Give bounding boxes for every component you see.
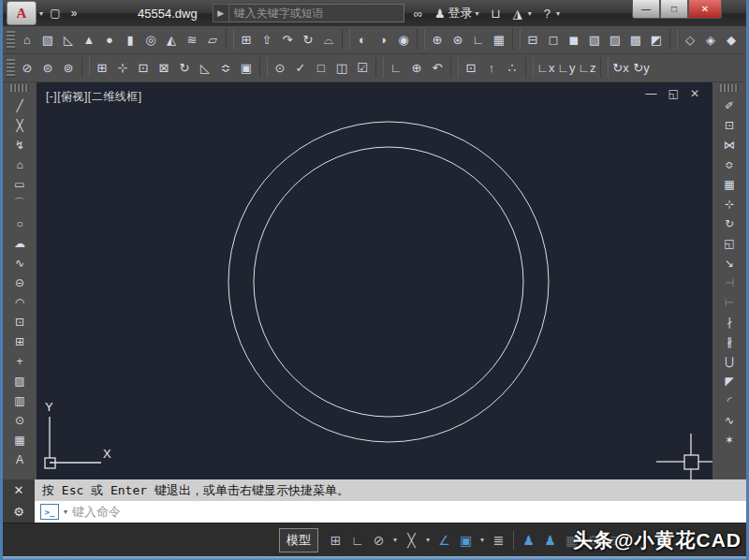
application-menu-dropdown-icon[interactable]: ▾ xyxy=(39,9,43,18)
pyramid-button[interactable]: ◭ xyxy=(161,29,182,52)
ucs-world-button[interactable]: ⊕ xyxy=(406,57,427,80)
check-button[interactable]: ☑ xyxy=(352,57,373,80)
smooth-more-button[interactable]: ◈ xyxy=(700,29,721,52)
annotation-autoscale-toggle[interactable]: ♟ xyxy=(539,529,561,552)
toolbar-grip[interactable] xyxy=(720,84,739,92)
cone-button[interactable]: ▲ xyxy=(79,29,99,52)
arc-button[interactable]: ⌒ xyxy=(7,194,32,214)
construction-line-button[interactable]: ╳ xyxy=(7,115,32,135)
wedge-button[interactable]: ◺ xyxy=(58,29,79,52)
erase-button[interactable]: ✐ xyxy=(717,96,742,115)
rotate-button[interactable]: ↻ xyxy=(717,214,742,233)
qat-expand-button[interactable]: » xyxy=(65,4,83,22)
view-manager-button[interactable]: ⊟ xyxy=(522,29,543,52)
drawing-canvas[interactable]: [-][俯视][二维线框] — ◱ ✕ Y X xyxy=(37,82,712,479)
torus-button[interactable]: ◎ xyxy=(140,29,161,52)
region-button[interactable]: ⊙ xyxy=(7,410,32,430)
exchange-dropdown-icon[interactable]: ▾ xyxy=(528,9,532,18)
color-faces-button[interactable]: ▣ xyxy=(236,57,257,80)
isodraft-dropdown[interactable]: ▾ xyxy=(422,529,433,552)
revolve-button[interactable]: ↻ xyxy=(298,29,318,52)
insert-block-button[interactable]: ⊡ xyxy=(7,312,32,332)
union-button[interactable]: ◐ xyxy=(352,29,373,52)
toolbar-grip[interactable] xyxy=(10,84,29,92)
trim-button[interactable]: ⊣ xyxy=(717,273,742,292)
ucs-x-button[interactable]: ∟x xyxy=(536,57,556,80)
subtract-button[interactable]: ◑ xyxy=(373,29,393,52)
object-snap-tracking-toggle[interactable]: ∠ xyxy=(433,529,455,552)
separate-button[interactable]: ◫ xyxy=(331,57,352,80)
gradient-button[interactable]: ▥ xyxy=(7,391,32,410)
break-button[interactable]: ∦ xyxy=(717,332,742,351)
ucs-button[interactable]: ∟ xyxy=(386,57,406,80)
object-snap-dropdown[interactable]: ▾ xyxy=(477,529,488,552)
search-go-button[interactable]: ▶ xyxy=(213,4,229,22)
cylinder-button[interactable]: ▮ xyxy=(120,29,140,52)
ortho-toggle[interactable]: ∟ xyxy=(346,529,368,552)
presspull-button[interactable]: ⇧ xyxy=(257,29,277,52)
loft-button[interactable]: ⌓ xyxy=(318,29,339,52)
extrude-faces-button[interactable]: ⊞ xyxy=(92,57,112,80)
chamfer-button[interactable]: ◤ xyxy=(717,371,742,391)
infocenter-search-input[interactable] xyxy=(229,4,404,22)
spline-button[interactable]: ∿ xyxy=(7,253,32,273)
search-button[interactable]: ∞ xyxy=(414,7,425,21)
section-plane-button[interactable]: ⊘ xyxy=(17,57,37,80)
constrained-orbit-button[interactable]: ⊕ xyxy=(427,29,448,52)
point-button[interactable]: + xyxy=(7,351,32,371)
planar-surface-button[interactable]: ▱ xyxy=(202,29,223,52)
offset-faces-button[interactable]: ≎ xyxy=(215,57,236,80)
helix-button[interactable]: ≋ xyxy=(182,29,202,52)
offset-button[interactable]: ≎ xyxy=(717,155,742,174)
ucs-dialog-button[interactable]: ∟ xyxy=(468,29,489,52)
command-input-placeholder[interactable]: 键入命令 xyxy=(72,504,121,521)
delete-faces-button[interactable]: ⊠ xyxy=(154,57,174,80)
imprint-button[interactable]: ⊙ xyxy=(270,57,290,80)
ucs-previous-button[interactable]: ↶ xyxy=(427,57,448,80)
move-button[interactable]: ⊹ xyxy=(717,194,742,214)
minimize-button[interactable]: — xyxy=(632,0,660,19)
stretch-button[interactable]: ↘ xyxy=(717,253,742,273)
ucs-rotate-x-button[interactable]: ↻x xyxy=(610,57,631,80)
polar-tracking-dropdown[interactable]: ▾ xyxy=(389,529,401,552)
free-orbit-button[interactable]: ⊛ xyxy=(448,29,468,52)
visual-style-wireframe-button[interactable]: ◼ xyxy=(564,29,584,52)
ucs-3point-button[interactable]: ∴ xyxy=(502,57,522,80)
annotation-visibility-toggle[interactable]: ♟ xyxy=(518,529,539,552)
visual-style-hidden-button[interactable]: ▧ xyxy=(584,29,605,52)
command-customize-wrench-icon[interactable]: ⚙ xyxy=(13,505,24,519)
command-close-icon[interactable]: ✕ xyxy=(14,483,24,497)
lineweight-toggle[interactable]: ≣ xyxy=(488,529,509,552)
recent-commands-dropdown-icon[interactable]: ▾ xyxy=(64,508,67,516)
command-input-row[interactable]: >_ ▾ 键入命令 xyxy=(35,501,746,523)
multiline-text-button[interactable]: A xyxy=(7,449,32,469)
fillet-button[interactable]: ◜ xyxy=(717,391,742,410)
visual-style-2dwireframe-button[interactable]: ◻ xyxy=(543,29,564,52)
exchange-apps-button[interactable]: ◮ xyxy=(513,7,525,21)
toolbar-grip[interactable] xyxy=(7,59,15,78)
revision-cloud-button[interactable]: ☁ xyxy=(7,233,32,253)
hatch-button[interactable]: ▨ xyxy=(7,371,32,391)
application-menu-button[interactable]: A xyxy=(7,1,37,25)
ucs-z-button[interactable]: ∟z xyxy=(577,57,597,80)
rectangle-button[interactable]: ▭ xyxy=(7,174,32,194)
polyline-button[interactable]: ↯ xyxy=(7,135,32,155)
steering-wheel-button[interactable]: ▦ xyxy=(489,29,509,52)
generate-section-button[interactable]: ⊚ xyxy=(58,57,79,80)
sweep-button[interactable]: ↷ xyxy=(277,29,298,52)
model-space-button[interactable]: 模型 xyxy=(279,528,318,553)
extrude-button[interactable]: ⊞ xyxy=(236,29,257,52)
copy-faces-button[interactable]: ⊡ xyxy=(133,57,154,80)
clean-button[interactable]: ✓ xyxy=(290,57,311,80)
isodraft-toggle[interactable]: ╳ xyxy=(401,529,422,552)
ucs-origin-button[interactable]: ⊡ xyxy=(461,57,481,80)
live-section-button[interactable]: ⊜ xyxy=(37,57,58,80)
toolbar-grip[interactable] xyxy=(7,31,15,50)
table-button[interactable]: ▦ xyxy=(7,430,32,449)
ucs-zaxis-button[interactable]: ↑ xyxy=(481,57,502,80)
circle-entity-outer[interactable] xyxy=(228,122,549,442)
polysolid-button[interactable]: ⌂ xyxy=(17,29,37,52)
intersect-button[interactable]: ◉ xyxy=(393,29,414,52)
qat-new-file-button[interactable]: ▢ xyxy=(46,4,65,22)
shell-button[interactable]: □ xyxy=(311,57,331,80)
